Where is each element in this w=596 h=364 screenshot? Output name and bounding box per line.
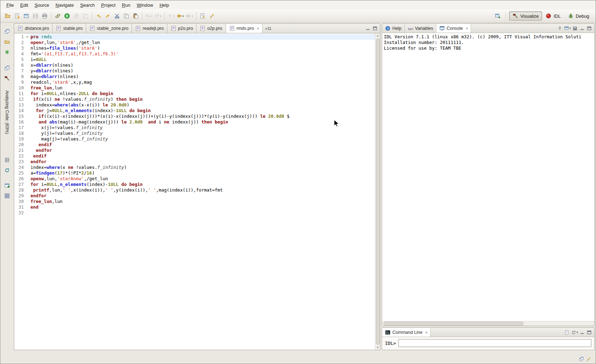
scroll-up-icon[interactable]: ▲ (376, 33, 379, 38)
code-line[interactable]: 4fmt='(a1,f13.7,a1,f13.7,a1,f6.3)' (14, 51, 375, 57)
editor-code[interactable]: 1⊖pro rmds2openr,lun,'starA',/get_lun3nl… (14, 33, 375, 350)
tab-variables[interactable]: (x)=Variables (405, 24, 436, 33)
code-line[interactable]: 8mag=dblarr(nlines) (14, 74, 375, 79)
fast-view-folder-button[interactable] (2, 37, 12, 46)
code-line[interactable]: 2openr,lun,'starA',/get_lun (14, 40, 375, 45)
cut-button[interactable] (112, 11, 122, 21)
tab-overflow-indicator[interactable]: »11 (263, 24, 274, 33)
code-line[interactable]: 28 printf,lun,' ',x(index(i)),' ',y(inde… (14, 187, 375, 193)
code-line[interactable]: 14 for j=0ULL,n_elements(indexx)-1ULL do… (14, 108, 375, 114)
code-line[interactable]: 21 endfor (14, 148, 375, 153)
undo-button[interactable] (94, 11, 103, 21)
wand-button[interactable] (207, 11, 216, 21)
command-input[interactable] (398, 339, 591, 347)
fast-view-window-button[interactable] (2, 181, 12, 190)
run-button[interactable] (62, 11, 72, 21)
code-line[interactable]: 17 x(j)=!values.f_infinity (14, 125, 375, 131)
sort-desc-button[interactable]: ▾ (153, 11, 162, 21)
minimize-button[interactable] (364, 25, 371, 32)
menu-window[interactable]: Window (133, 1, 156, 9)
code-line[interactable]: 32 (14, 210, 375, 216)
new-file-button[interactable] (12, 11, 22, 21)
back-button[interactable]: ▾ (176, 11, 185, 21)
minimize-button[interactable] (579, 329, 586, 336)
code-line[interactable]: 3nlines=file_lines('starA') (14, 45, 375, 51)
fast-view-server-button[interactable] (2, 155, 12, 165)
editor-tab-readejt.pro[interactable]: readejt.pro (132, 24, 167, 33)
fast-view-refresh-button[interactable] (2, 166, 12, 175)
code-line[interactable]: 5i=0ULL (14, 57, 375, 62)
code-line[interactable]: 31end (14, 204, 375, 210)
minimize-button[interactable] (579, 25, 586, 32)
maximize-button[interactable] (586, 329, 593, 336)
code-line[interactable]: 29endfor (14, 193, 375, 199)
sort-asc-button[interactable]: ▾ (144, 11, 153, 21)
fast-view-star-button[interactable] (2, 48, 12, 57)
close-tab-icon[interactable]: × (466, 26, 468, 31)
command-line-tab[interactable]: Command Line × (382, 328, 431, 337)
menu-help[interactable]: Help (156, 1, 172, 9)
editor-tab-distance.pro[interactable]: distance.pro (14, 24, 53, 33)
maximize-button[interactable] (586, 25, 593, 32)
perspective-idl-button[interactable]: IDL (542, 11, 564, 21)
menu-source[interactable]: Source (31, 1, 52, 9)
fast-view-restore-button[interactable] (2, 64, 12, 73)
open-button[interactable] (3, 11, 12, 21)
tab-help[interactable]: ?Help (382, 24, 405, 33)
menu-edit[interactable]: Edit (17, 1, 31, 9)
pin-console-button[interactable] (556, 25, 563, 32)
code-line[interactable]: 18 y(j)=!values.f_infinity (14, 131, 375, 136)
editor-tab-stable.pro[interactable]: stable.pro (53, 24, 86, 33)
new-project-button[interactable] (22, 11, 31, 21)
code-line[interactable]: 24index=where(x ne !values.f_infinity) (14, 165, 375, 170)
perspective-debug-button[interactable]: Debug (564, 11, 593, 21)
redo-button[interactable] (103, 11, 112, 21)
scrollbar-thumb[interactable] (376, 38, 380, 345)
perspective-visualize-button[interactable]: Visualize (509, 11, 542, 21)
code-line[interactable]: 30free_lun,lun (14, 199, 375, 204)
menu-project[interactable]: Project (98, 1, 118, 9)
maximize-button[interactable] (371, 25, 379, 32)
paste-button[interactable] (131, 11, 140, 21)
code-line[interactable]: 6x=dblarr(nlines) (14, 62, 375, 68)
code-line[interactable]: 15 if((x(i)-x(indexx(j)))*(x(i)-x(indexx… (14, 114, 375, 119)
close-tab-icon[interactable]: × (257, 26, 259, 31)
code-line[interactable]: 25a=findgen(17)*(!PI*2/16) (14, 170, 375, 176)
close-command-line-icon[interactable]: × (425, 330, 427, 335)
link-button[interactable] (53, 11, 62, 21)
menu-search[interactable]: Search (77, 1, 98, 9)
editor-tab-stable_zone.pro[interactable]: stable_zone.pro (86, 24, 132, 33)
fast-view-hammer-button[interactable] (2, 74, 12, 83)
code-line[interactable]: 16 and abs(mag(i)-mag(indexx(j))) le 2.0… (14, 119, 375, 125)
code-line[interactable]: 11for i=0ULL,nlines-2ULL do begin (14, 91, 375, 96)
code-line[interactable]: 27for i=0ULL,n_elements(index)-1ULL do b… (14, 182, 375, 187)
code-line[interactable]: 1⊖pro rmds (14, 34, 375, 40)
copy-button[interactable] (122, 11, 131, 21)
last-edit-button[interactable] (198, 11, 207, 21)
code-line[interactable]: 19 mag(j)=!values.f_infinity (14, 136, 375, 142)
editor-tab-o2p.pro[interactable]: o2p.pro (197, 24, 226, 33)
restore-button[interactable] (578, 355, 585, 363)
wand-button[interactable] (585, 355, 592, 363)
code-line[interactable]: 7y=dblarr(nlines) (14, 68, 375, 74)
code-line[interactable]: 20 endif (14, 142, 375, 148)
scrollbar-thumb[interactable] (383, 322, 524, 325)
menu-file[interactable]: File (3, 1, 17, 9)
code-line[interactable]: 13 indexx=where(abs(x-x(i)) le 20.0d0) (14, 102, 375, 108)
reset-session-button[interactable]: ▾ (570, 329, 579, 336)
editor-vscrollbar[interactable]: ▲ ▼ (375, 33, 380, 350)
code-line[interactable]: 12 if(x(i) ne !values.f_infinity) then b… (14, 96, 375, 102)
profile-button[interactable] (72, 11, 81, 21)
save-button[interactable] (31, 11, 40, 21)
open-perspective-button[interactable] (493, 11, 502, 21)
export-console-button[interactable] (572, 25, 579, 32)
duplicate-button[interactable] (81, 11, 90, 21)
menu-navigate[interactable]: Navigate (53, 1, 77, 9)
code-line[interactable]: 22 endif (14, 153, 375, 159)
editor-tab-p2o.pro[interactable]: p2o.pro (167, 24, 197, 33)
forward-button[interactable]: ▾ (185, 11, 194, 21)
code-line[interactable]: 9readcol,'starA',x,y,mag (14, 79, 375, 85)
fast-view-restore-button[interactable] (2, 27, 12, 36)
print-button[interactable] (40, 11, 49, 21)
prev-annotation-button[interactable]: ▾ (166, 11, 176, 21)
